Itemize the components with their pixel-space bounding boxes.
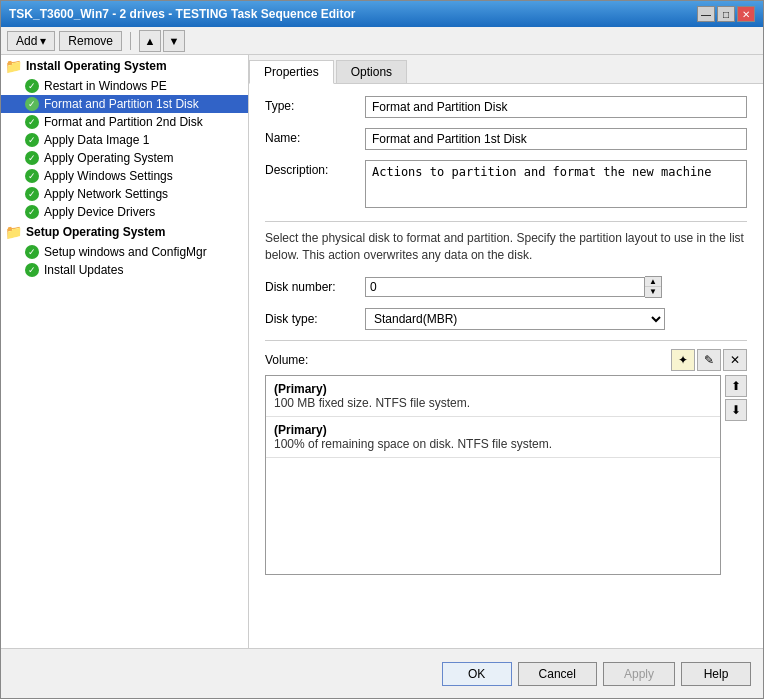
- volume-side-buttons: ⬆ ⬇: [725, 375, 747, 575]
- volume-item-2-title: (Primary): [274, 423, 712, 437]
- description-label: Description:: [265, 160, 365, 177]
- tree-item-setup-windows[interactable]: ✓ Setup windows and ConfigMgr: [1, 243, 248, 261]
- spinner-buttons: ▲ ▼: [645, 276, 662, 298]
- type-value-wrapper: [365, 96, 747, 118]
- name-input[interactable]: [365, 128, 747, 150]
- main-content: 📁 Install Operating System ✓ Restart in …: [1, 55, 763, 648]
- window-controls: — □ ✕: [697, 6, 755, 22]
- check-icon: ✓: [25, 205, 39, 219]
- maximize-button[interactable]: □: [717, 6, 735, 22]
- toolbar-icons: ▲ ▼: [139, 30, 185, 52]
- description-input[interactable]: Actions to partition and format the new …: [365, 160, 747, 208]
- volume-edit-btn[interactable]: ✎: [697, 349, 721, 371]
- check-icon: ✓: [25, 263, 39, 277]
- toolbar-icon-1[interactable]: ▲: [139, 30, 161, 52]
- volume-item-2-desc: 100% of remaining space on disk. NTFS fi…: [274, 437, 712, 451]
- disk-number-row: Disk number: ▲ ▼: [265, 276, 747, 298]
- remove-button[interactable]: Remove: [59, 31, 122, 51]
- title-bar: TSK_T3600_Win7 - 2 drives - TESTING Task…: [1, 1, 763, 27]
- close-button[interactable]: ✕: [737, 6, 755, 22]
- check-icon: ✓: [25, 79, 39, 93]
- check-icon: ✓: [25, 169, 39, 183]
- tree-item-apply-drivers[interactable]: ✓ Apply Device Drivers: [1, 203, 248, 221]
- description-value-wrapper: Actions to partition and format the new …: [365, 160, 747, 211]
- tree-item-apply-network[interactable]: ✓ Apply Network Settings: [1, 185, 248, 203]
- form-row-type: Type:: [265, 96, 747, 118]
- disk-type-label: Disk type:: [265, 312, 365, 326]
- volume-move-down-btn[interactable]: ⬇: [725, 399, 747, 421]
- toolbar: Add ▾ Remove ▲ ▼: [1, 27, 763, 55]
- volume-item-2[interactable]: (Primary) 100% of remaining space on dis…: [266, 417, 720, 458]
- volume-header-row: Volume: ✦ ✎ ✕: [265, 349, 747, 371]
- volume-section: Volume: ✦ ✎ ✕ (Primary) 100 MB fixed siz…: [265, 349, 747, 575]
- tree-item-format2nd[interactable]: ✓ Format and Partition 2nd Disk: [1, 113, 248, 131]
- volume-item-1-title: (Primary): [274, 382, 712, 396]
- folder-icon-2: 📁: [5, 224, 22, 240]
- disk-type-select[interactable]: Standard(MBR) GPT: [365, 308, 665, 330]
- volume-add-btn[interactable]: ✦: [671, 349, 695, 371]
- volume-list-wrapper: (Primary) 100 MB fixed size. NTFS file s…: [265, 375, 747, 575]
- disk-number-label: Disk number:: [265, 280, 365, 294]
- info-text: Select the physical disk to format and p…: [265, 230, 747, 264]
- check-icon: ✓: [25, 245, 39, 259]
- cancel-button[interactable]: Cancel: [518, 662, 597, 686]
- apply-button[interactable]: Apply: [603, 662, 675, 686]
- spinner-up[interactable]: ▲: [645, 277, 661, 287]
- volume-list: (Primary) 100 MB fixed size. NTFS file s…: [265, 375, 721, 575]
- disk-number-input[interactable]: [365, 277, 645, 297]
- main-window: TSK_T3600_Win7 - 2 drives - TESTING Task…: [0, 0, 764, 699]
- toolbar-icon-2[interactable]: ▼: [163, 30, 185, 52]
- tab-options[interactable]: Options: [336, 60, 407, 84]
- volume-move-up-btn[interactable]: ⬆: [725, 375, 747, 397]
- divider-2: [265, 340, 747, 341]
- tree-section-install: 📁 Install Operating System: [1, 55, 248, 77]
- tree-section-setup: 📁 Setup Operating System: [1, 221, 248, 243]
- name-label: Name:: [265, 128, 365, 145]
- add-button[interactable]: Add ▾: [7, 31, 55, 51]
- check-icon: ✓: [25, 151, 39, 165]
- volume-label: Volume:: [265, 353, 308, 367]
- volume-toolbar: ✦ ✎ ✕: [671, 349, 747, 371]
- toolbar-separator: [130, 32, 131, 50]
- disk-type-row: Disk type: Standard(MBR) GPT: [265, 308, 747, 330]
- check-icon: ✓: [25, 97, 39, 111]
- volume-delete-btn[interactable]: ✕: [723, 349, 747, 371]
- name-value-wrapper: [365, 128, 747, 150]
- tree-item-install-updates[interactable]: ✓ Install Updates: [1, 261, 248, 279]
- form-row-name: Name:: [265, 128, 747, 150]
- left-panel: 📁 Install Operating System ✓ Restart in …: [1, 55, 249, 648]
- tree-item-apply-windows[interactable]: ✓ Apply Windows Settings: [1, 167, 248, 185]
- type-input[interactable]: [365, 96, 747, 118]
- disk-number-spinner: ▲ ▼: [365, 276, 662, 298]
- right-panel: Properties Options Type: Name:: [249, 55, 763, 648]
- folder-icon: 📁: [5, 58, 22, 74]
- tree-item-restart[interactable]: ✓ Restart in Windows PE: [1, 77, 248, 95]
- check-icon: ✓: [25, 187, 39, 201]
- ok-button[interactable]: OK: [442, 662, 512, 686]
- spinner-down[interactable]: ▼: [645, 287, 661, 297]
- tree-item-apply-os[interactable]: ✓ Apply Operating System: [1, 149, 248, 167]
- type-label: Type:: [265, 96, 365, 113]
- tree-item-apply-data[interactable]: ✓ Apply Data Image 1: [1, 131, 248, 149]
- form-row-description: Description: Actions to partition and fo…: [265, 160, 747, 211]
- window-title: TSK_T3600_Win7 - 2 drives - TESTING Task…: [9, 7, 355, 21]
- tab-content-properties: Type: Name: Description: Action: [249, 84, 763, 648]
- tab-properties[interactable]: Properties: [249, 60, 334, 84]
- tree-item-format1st[interactable]: ✓ Format and Partition 1st Disk: [1, 95, 248, 113]
- divider-1: [265, 221, 747, 222]
- tab-bar: Properties Options: [249, 55, 763, 84]
- bottom-bar: OK Cancel Apply Help: [1, 648, 763, 698]
- help-button[interactable]: Help: [681, 662, 751, 686]
- check-icon: ✓: [25, 115, 39, 129]
- minimize-button[interactable]: —: [697, 6, 715, 22]
- volume-item-1-desc: 100 MB fixed size. NTFS file system.: [274, 396, 712, 410]
- volume-item-1[interactable]: (Primary) 100 MB fixed size. NTFS file s…: [266, 376, 720, 417]
- check-icon: ✓: [25, 133, 39, 147]
